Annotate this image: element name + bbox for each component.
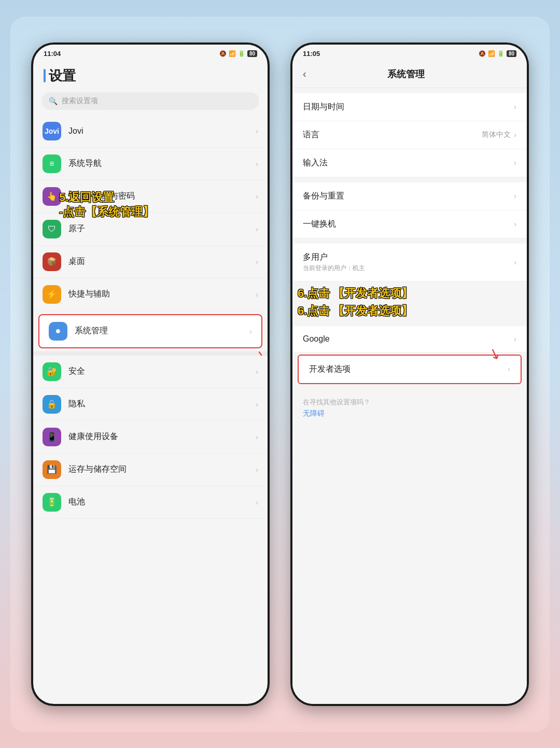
group-gap-1 — [292, 88, 527, 93]
group-gap-5 — [292, 386, 527, 391]
settings-item-security[interactable]: 🔐 安全 › — [33, 356, 268, 388]
footer-hint: 在寻找其他设置项吗？ — [303, 398, 516, 407]
fingerprint-icon: 👆 — [43, 187, 61, 206]
box-label: 桌面 — [68, 256, 256, 267]
box-icon: 📦 — [43, 252, 61, 271]
group-gap-2 — [292, 177, 527, 182]
right-item-google[interactable]: Google ↘ › — [292, 326, 527, 352]
nav-icon: ≡ — [43, 154, 61, 173]
settings-item-box[interactable]: 📦 桌面 › — [33, 246, 268, 278]
footer-section: 在寻找其他设置项吗？ 无障碍 — [292, 391, 527, 425]
right-item-switch[interactable]: 一键换机 › — [292, 210, 527, 238]
settings-item-system-mgmt[interactable]: ● 系统管理 › — [38, 314, 262, 348]
divider1 — [33, 351, 268, 356]
battery-label: 电池 — [68, 497, 256, 507]
health-label: 健康使用设备 — [68, 431, 256, 442]
nav-label: 系统导航 — [68, 158, 256, 169]
settings-item-nav[interactable]: ≡ 系统导航 › — [33, 148, 268, 180]
footer-link[interactable]: 无障碍 — [303, 409, 516, 418]
accent-bar-icon — [44, 69, 46, 82]
system-mgmt-label: 系统管理 — [75, 326, 249, 336]
settings-item-battery[interactable]: 🔋 电池 › — [33, 486, 268, 519]
shortcut-icon: ⚡ — [43, 285, 61, 304]
settings-title: 设置 — [49, 67, 76, 85]
main-card: 11:04 🔕 📶 🔋 80 设置 🔍 搜索设置项 — [10, 17, 550, 732]
right-item-developer[interactable]: 开发者选项 › — [298, 355, 522, 384]
jovi-icon: Jovi — [43, 122, 61, 140]
shortcut-label: 快捷与辅助 — [68, 289, 256, 300]
nav-header: ‹ 系统管理 — [292, 61, 527, 88]
back-button[interactable]: ‹ — [303, 68, 306, 80]
nav-title: 系统管理 — [315, 68, 498, 80]
right-settings-list: 日期与时间 › 语言 简体中文 › 输入法 › 备份与重置 › — [292, 88, 527, 704]
search-icon: 🔍 — [49, 97, 58, 105]
settings-header: 设置 — [33, 61, 268, 89]
privacy-label: 隐私 — [68, 399, 256, 410]
right-status-bar: 11:05 🔕 📶 🔋 80 — [292, 45, 527, 61]
search-placeholder: 搜索设置项 — [62, 96, 98, 106]
health-icon: 📱 — [43, 428, 61, 446]
left-phone: 11:04 🔕 📶 🔋 80 设置 🔍 搜索设置项 — [31, 43, 270, 706]
multiuser-sublabel: 当前登录的用户：机主 — [303, 264, 514, 273]
battery-icon: 🔋 — [43, 493, 61, 512]
left-status-bar: 11:04 🔕 📶 🔋 80 — [33, 45, 268, 61]
right-time: 11:05 — [303, 50, 320, 58]
right-status-icons: 🔕 📶 🔋 80 — [479, 50, 516, 57]
security-label: 安全 — [68, 366, 256, 377]
backup-label: 备份与重置 — [303, 191, 514, 202]
group-gap-3 — [292, 238, 527, 244]
date-label: 日期与时间 — [303, 102, 514, 112]
switch-label: 一键换机 — [303, 219, 514, 230]
annotation-step6: 6.点击 【开发者选项】 — [298, 286, 522, 301]
original-label: 原子 — [68, 223, 256, 234]
google-label: Google — [303, 334, 514, 344]
language-label: 语言 — [303, 130, 482, 140]
settings-list: Jovi Jovi › ≡ 系统导航 › 👆 指纹、面部与密码 › — [33, 115, 268, 704]
privacy-icon: 🔒 — [43, 395, 61, 414]
annotation-step5: 5.返回设置 -点击【系统管理】 — [59, 190, 154, 220]
right-item-ime[interactable]: 输入法 › — [292, 149, 527, 177]
settings-item-health[interactable]: 📱 健康使用设备 › — [33, 421, 268, 454]
settings-item-privacy[interactable]: 🔒 隐私 › — [33, 388, 268, 421]
storage-label: 运存与储存空间 — [68, 464, 256, 475]
settings-item-storage[interactable]: 💾 运存与储存空间 › — [33, 454, 268, 486]
system-mgmt-icon: ● — [49, 322, 67, 341]
right-item-backup[interactable]: 备份与重置 › — [292, 182, 527, 210]
left-status-icons: 🔕 📶 🔋 80 — [219, 50, 257, 57]
right-item-date[interactable]: 日期与时间 › — [292, 93, 527, 121]
annotation-step6-text: 6.点击 【开发者选项】 — [292, 303, 527, 321]
language-value: 简体中文 — [482, 130, 511, 139]
ime-label: 输入法 — [303, 158, 514, 168]
jovi-label: Jovi — [68, 126, 256, 136]
group-gap-4 — [292, 321, 527, 326]
settings-item-jovi[interactable]: Jovi Jovi › — [33, 115, 268, 148]
right-item-language[interactable]: 语言 简体中文 › — [292, 121, 527, 149]
developer-label: 开发者选项 — [309, 364, 508, 375]
search-bar[interactable]: 🔍 搜索设置项 — [41, 92, 259, 110]
left-time: 11:04 — [44, 50, 61, 58]
storage-icon: 💾 — [43, 460, 61, 479]
right-phone: 11:05 🔕 📶 🔋 80 ‹ 系统管理 日期与时间 › — [290, 43, 529, 706]
right-item-multiuser[interactable]: 多用户 当前登录的用户：机主 › — [292, 244, 527, 281]
original-icon: 🛡 — [43, 220, 61, 238]
jovi-arrow: › — [256, 127, 258, 135]
security-icon: 🔐 — [43, 362, 61, 381]
settings-item-shortcut[interactable]: ⚡ 快捷与辅助 › — [33, 278, 268, 311]
multiuser-label: 多用户 — [303, 252, 514, 263]
